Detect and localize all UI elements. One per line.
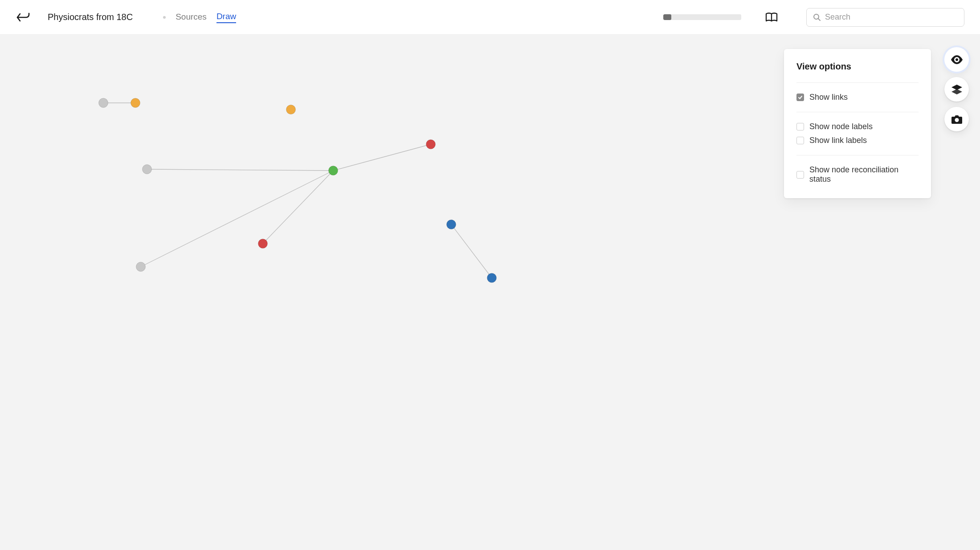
- checkbox-icon: [796, 137, 804, 144]
- option-label: Show node reconciliation status: [809, 165, 919, 184]
- checkbox-icon: [796, 171, 804, 179]
- back-arrow-icon: [16, 12, 30, 22]
- graph-node[interactable]: [143, 165, 152, 174]
- view-options-panel: View options Show links Show node labels…: [784, 49, 931, 198]
- option-show-reconciliation[interactable]: Show node reconciliation status: [796, 165, 919, 184]
- graph-link[interactable]: [141, 171, 333, 267]
- option-show-link-labels[interactable]: Show link labels: [796, 136, 919, 145]
- graph-link[interactable]: [263, 171, 333, 244]
- tool-view-options[interactable]: [944, 47, 969, 72]
- view-options-title: View options: [796, 61, 919, 72]
- svg-marker-4: [951, 89, 962, 94]
- progress-bar[interactable]: [663, 14, 741, 20]
- graph-node[interactable]: [99, 98, 108, 108]
- book-icon: [765, 12, 778, 23]
- top-bar: Physiocrats from 18C Sources Draw: [0, 0, 980, 35]
- svg-line-1: [818, 19, 820, 20]
- progress-fill: [663, 14, 671, 20]
- option-show-node-labels[interactable]: Show node labels: [796, 122, 919, 131]
- panel-divider: [796, 155, 919, 155]
- option-show-links[interactable]: Show links: [796, 93, 919, 102]
- eye-icon: [951, 55, 963, 64]
- tool-snapshot[interactable]: [944, 107, 969, 131]
- graph-canvas[interactable]: View options Show links Show node labels…: [0, 35, 980, 550]
- svg-point-2: [956, 58, 958, 61]
- graph-node[interactable]: [258, 239, 268, 249]
- back-button[interactable]: [16, 12, 31, 23]
- camera-icon: [951, 114, 963, 124]
- graph-link[interactable]: [451, 224, 492, 278]
- checkbox-icon: [796, 123, 804, 130]
- search-input[interactable]: [825, 12, 958, 22]
- svg-point-5: [955, 118, 959, 122]
- search-icon: [813, 13, 821, 21]
- checkbox-icon: [796, 94, 804, 101]
- tool-layers[interactable]: [944, 77, 969, 102]
- graph-node[interactable]: [286, 105, 296, 114]
- top-bar-left: Physiocrats from 18C Sources Draw: [16, 12, 236, 23]
- tab-sources[interactable]: Sources: [176, 12, 207, 23]
- panel-divider: [796, 82, 919, 83]
- layers-icon: [951, 84, 963, 95]
- option-label: Show link labels: [809, 136, 867, 145]
- graph-node[interactable]: [136, 262, 146, 272]
- tab-draw[interactable]: Draw: [216, 12, 236, 23]
- graph-node[interactable]: [329, 166, 338, 175]
- graph-node[interactable]: [426, 140, 436, 149]
- graph-node[interactable]: [447, 220, 456, 229]
- mode-tabs: Sources Draw: [163, 12, 236, 23]
- graph-link[interactable]: [333, 144, 431, 171]
- graph-node[interactable]: [487, 273, 497, 283]
- graph-node[interactable]: [131, 98, 140, 108]
- separator-dot-icon: [163, 16, 166, 19]
- option-label: Show node labels: [809, 122, 873, 131]
- search-field[interactable]: [806, 8, 964, 27]
- graph-link[interactable]: [147, 169, 333, 171]
- project-title: Physiocrats from 18C: [48, 12, 133, 22]
- library-button[interactable]: [764, 9, 780, 25]
- panel-divider: [796, 112, 919, 112]
- option-label: Show links: [809, 93, 848, 102]
